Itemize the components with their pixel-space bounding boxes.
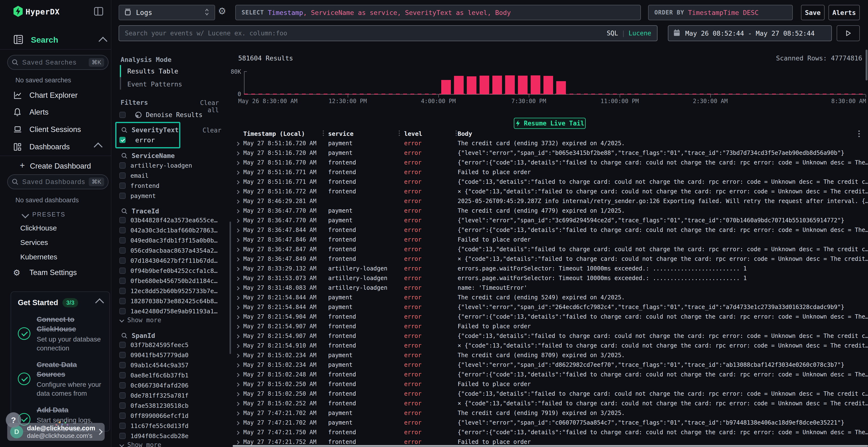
row-expand-chevron-icon[interactable] <box>233 400 243 407</box>
table-vertical-scrollbar[interactable] <box>866 49 868 80</box>
row-expand-chevron-icon[interactable] <box>233 352 243 358</box>
traceid-show-more[interactable]: Show more <box>120 316 161 324</box>
checkbox[interactable] <box>119 298 126 304</box>
collapse-get-started-icon[interactable] <box>95 299 104 307</box>
log-row[interactable]: May 27 8:36:47.770 AMpaymenterrorThe cre… <box>233 206 868 215</box>
row-expand-chevron-icon[interactable] <box>233 362 243 368</box>
sidebar-toggle-icon[interactable] <box>94 6 104 18</box>
spanid-filter-option[interactable]: 0de781ff325a781f <box>119 390 189 401</box>
log-row[interactable]: May 27 8:21:54.844 AMpaymenterrorThe cre… <box>233 293 868 302</box>
row-expand-chevron-icon[interactable] <box>233 429 243 436</box>
log-row[interactable]: May 27 8:21:54.844 AMpaymenterror{"level… <box>233 302 868 312</box>
get-started-step[interactable]: Connect to ClickHouse Set up your databa… <box>18 314 103 353</box>
histogram-bar[interactable] <box>531 75 540 95</box>
service-filter-option[interactable]: frontend <box>119 181 192 191</box>
user-account-card[interactable]: D dale@clickhouse.com dale@clickhouse.co… <box>7 423 105 441</box>
checkbox[interactable] <box>119 193 126 199</box>
checkbox[interactable] <box>119 237 126 243</box>
checkbox[interactable] <box>119 403 126 409</box>
row-expand-chevron-icon[interactable] <box>233 371 243 378</box>
sidebar-item-chart-explorer[interactable]: Chart Explorer <box>0 88 111 103</box>
histogram-bar[interactable] <box>544 76 553 95</box>
checkbox[interactable] <box>119 288 126 294</box>
log-row[interactable]: May 27 8:51:16.771 AMfrontenderrorFailed… <box>233 167 868 177</box>
row-expand-chevron-icon[interactable] <box>233 217 243 224</box>
traceid-filter-option[interactable]: 18287038b73e882425c64b8… <box>119 296 217 306</box>
preset-services[interactable]: Services <box>20 238 48 247</box>
log-row[interactable]: May 27 8:36:47.844 AMfrontenderror{"erro… <box>233 225 868 235</box>
log-row[interactable]: May 27 8:21:54.907 AMfrontenderror{"code… <box>233 331 868 341</box>
spanid-filter-option[interactable]: 1d94f08c5acdb28e <box>119 431 189 441</box>
row-expand-chevron-icon[interactable] <box>233 294 243 301</box>
checkbox[interactable] <box>119 413 126 419</box>
histogram-bar[interactable] <box>467 76 476 95</box>
traceid-filter-option[interactable]: 12ec8dd52b60b9525733b7e… <box>119 286 217 296</box>
row-expand-chevron-icon[interactable] <box>233 275 243 281</box>
traceid-filter-option[interactable]: 056cd9acbaac8637a4354a2… <box>119 245 217 255</box>
row-expand-chevron-icon[interactable] <box>233 227 243 233</box>
log-row[interactable]: May 27 8:31:48.083 AMartillery-loadgener… <box>233 283 868 293</box>
spanid-filter-option[interactable]: 09041fb457779da0 <box>119 350 189 360</box>
log-row[interactable]: May 27 8:21:54.910 AMfrontenderror× {"co… <box>233 341 868 350</box>
checkbox[interactable] <box>119 247 126 253</box>
sidebar-item-client-sessions[interactable]: Client Sessions <box>0 122 111 137</box>
checkbox[interactable] <box>119 162 126 169</box>
row-expand-chevron-icon[interactable] <box>233 390 243 397</box>
presets-collapse-icon[interactable] <box>22 211 29 218</box>
traceid-filter-option[interactable]: 049ed0ac3fdb1f3f15a0b0b… <box>119 235 217 245</box>
traceid-filter-option[interactable]: 0f94b9befe0b4252ccfa1c8… <box>119 266 217 276</box>
checkbox[interactable] <box>119 217 126 223</box>
sidebar-item-alerts[interactable]: Alerts <box>0 105 111 120</box>
traceid-filter-option[interactable]: 1ae42480d758e9ab91193a1… <box>119 306 217 316</box>
checkbox[interactable] <box>119 392 126 399</box>
resume-live-tail-button[interactable]: Resume Live Tail <box>514 118 586 129</box>
alerts-button[interactable]: Alerts <box>829 5 860 20</box>
filter-panel-scrollbar[interactable] <box>229 221 231 354</box>
search-input[interactable] <box>125 30 583 37</box>
row-expand-chevron-icon[interactable] <box>233 313 243 320</box>
event-search-bar[interactable]: SQL | Lucene <box>119 25 657 41</box>
log-row[interactable]: May 27 8:51:16.771 AMfrontenderror{"code… <box>233 177 868 187</box>
preset-clickhouse[interactable]: ClickHouse <box>20 224 57 232</box>
checkbox[interactable] <box>119 342 126 348</box>
row-expand-chevron-icon[interactable] <box>233 246 243 253</box>
log-row[interactable]: May 27 7:47:21.702 AMpaymenterrorThe cre… <box>233 408 868 418</box>
histogram-bar[interactable] <box>518 76 528 95</box>
sidebar-item-search[interactable]: Search <box>31 35 58 44</box>
get-started-step[interactable]: Create Data Sources Configure where your… <box>18 360 103 398</box>
service-filter-option[interactable]: email <box>119 171 192 181</box>
checkbox[interactable] <box>119 172 126 179</box>
service-filter-option[interactable]: payment <box>119 191 192 201</box>
column-resize-handle[interactable] <box>323 131 324 137</box>
denoise-results-option[interactable]: Denoise Results <box>119 110 203 120</box>
saved-searches-input[interactable]: Saved Searches ⌘K <box>7 55 108 70</box>
log-row[interactable]: May 27 8:51:16.770 AMfrontenderror{"erro… <box>233 158 868 167</box>
row-expand-chevron-icon[interactable] <box>233 198 243 204</box>
mode-event-patterns[interactable]: Event Patterns <box>127 80 182 88</box>
saved-dashboards-input[interactable]: Saved Dashboards ⌘K <box>7 174 108 189</box>
row-expand-chevron-icon[interactable] <box>233 304 243 310</box>
checkbox[interactable] <box>119 227 126 233</box>
column-menu-icon[interactable] <box>858 131 860 137</box>
collapse-search-icon[interactable] <box>99 37 107 46</box>
column-header-service[interactable]: service <box>323 130 399 137</box>
row-expand-chevron-icon[interactable] <box>233 410 243 416</box>
spanid-filter-option[interactable]: 0fae5381230518cb <box>119 401 189 411</box>
histogram-bar[interactable] <box>479 76 489 95</box>
log-row[interactable]: May 27 8:46:29.281 AMerror2025-05-26T09:… <box>233 196 868 206</box>
histogram-bar[interactable] <box>556 81 566 95</box>
log-row[interactable]: May 27 8:15:02.248 AMfrontenderror{"erro… <box>233 370 868 379</box>
row-expand-chevron-icon[interactable] <box>233 178 243 185</box>
mode-results-table[interactable]: Results Table <box>127 67 178 75</box>
source-settings-gear-icon[interactable]: ⚙ <box>218 6 226 16</box>
log-row[interactable]: May 27 8:36:47.846 AMfrontenderrorFailed… <box>233 235 868 244</box>
traceid-filter-option[interactable]: 0fbe680eb456750b2d1184c… <box>119 276 217 286</box>
log-row[interactable]: May 27 8:15:02.234 AMpaymenterrorThe cre… <box>233 350 868 360</box>
spanid-show-more[interactable]: Show more <box>120 441 161 447</box>
histogram-bar[interactable] <box>454 76 464 95</box>
column-header-level[interactable]: level <box>399 130 456 137</box>
events-histogram[interactable] <box>244 71 866 95</box>
spanid-filter-option[interactable]: 0ff8990066efcf1d <box>119 411 189 421</box>
log-row[interactable]: May 27 8:15:02.250 AMfrontenderror{"code… <box>233 389 868 399</box>
spanid-filter-option[interactable]: 0c0667304fafd206 <box>119 380 189 390</box>
